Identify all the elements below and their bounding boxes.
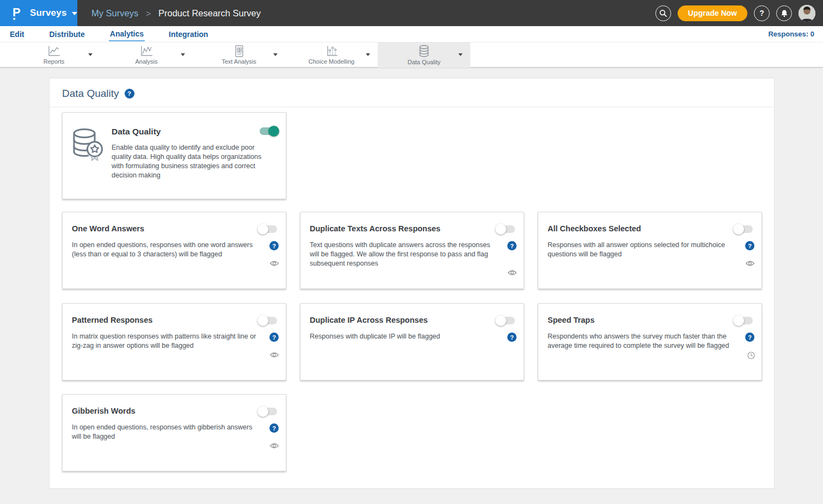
chevron-down-icon [181, 53, 185, 56]
card-title: Duplicate Texts Across Responses [310, 224, 440, 233]
app-label: Surveys [30, 8, 67, 19]
scatter-chart-icon [139, 45, 153, 57]
toggle-knob [495, 224, 506, 235]
database-award-icon [71, 127, 105, 163]
eye-icon[interactable] [745, 260, 755, 267]
chevron-down-icon [366, 53, 370, 56]
speed-traps-card: Speed Traps Respondents who answers the … [538, 303, 762, 380]
bell-icon [781, 9, 788, 17]
card-description: Responses with duplicate IP will be flag… [310, 332, 501, 341]
breadcrumb: My Surveys > Product Research Survey [91, 8, 261, 19]
card-description: In matrix question responses with patter… [72, 332, 263, 351]
card-title: Duplicate IP Across Responses [310, 316, 428, 324]
card-title: One Word Answers [72, 224, 144, 233]
help-icon[interactable]: ? [269, 241, 279, 250]
toggle-knob [733, 315, 744, 326]
page-help-icon[interactable]: ? [125, 89, 134, 99]
card-description: Responses with all answer options select… [548, 241, 739, 259]
toolbar-tab-label: Reports [44, 58, 65, 65]
card-description: In open ended questions, responses with … [72, 423, 263, 441]
toggle-knob [257, 315, 268, 326]
search-button[interactable] [655, 5, 671, 21]
duplicate-ip-card: Duplicate IP Across Responses Responses … [300, 303, 524, 380]
toggle-knob [257, 224, 268, 235]
eye-icon[interactable] [269, 260, 279, 267]
notifications-button[interactable] [776, 5, 792, 21]
top-bar: P Surveys My Surveys > Product Research … [0, 0, 823, 26]
toggle-knob [733, 224, 744, 235]
one-word-answers-toggle[interactable] [259, 225, 277, 233]
toolbar-tab-text-analysis[interactable]: Text Analysis [193, 42, 285, 67]
toolbar-tab-analysis[interactable]: Analysis [100, 42, 193, 67]
card-description: In open ended questions, responses with … [72, 241, 263, 259]
toolbar-tab-label: Choice Modelling [309, 58, 354, 65]
data-quality-toggle[interactable] [260, 127, 278, 135]
database-icon [417, 45, 431, 58]
card-description: Text questions with duplicate answers ac… [310, 241, 501, 268]
questionpro-logo-icon: P [11, 5, 25, 21]
chevron-down-icon [88, 53, 93, 56]
breadcrumb-separator: > [146, 9, 151, 18]
card-description: Respondents who answers the survey much … [548, 332, 739, 351]
card-title: All Checkboxes Selected [548, 224, 641, 233]
eye-icon[interactable] [507, 269, 517, 276]
patterned-responses-toggle[interactable] [259, 317, 277, 324]
one-word-answers-card: One Word Answers In open ended questions… [62, 212, 286, 289]
duplicate-texts-card: Duplicate Texts Across Responses Text qu… [300, 212, 524, 289]
help-icon[interactable]: ? [269, 333, 279, 342]
breadcrumb-current-survey: Product Research Survey [158, 8, 261, 19]
duplicate-ip-toggle[interactable] [496, 317, 515, 324]
help-icon[interactable]: ? [745, 333, 754, 342]
eye-icon[interactable] [269, 352, 279, 358]
user-avatar[interactable] [799, 5, 815, 22]
card-title: Gibberish Words [72, 407, 136, 415]
help-icon[interactable]: ? [507, 241, 517, 250]
toolbar-tab-reports[interactable]: Reports [8, 42, 100, 67]
card-title: Patterned Responses [72, 316, 152, 324]
data-quality-master-card: Data Quality Enable data quality to iden… [62, 112, 286, 199]
app-switcher[interactable]: P Surveys [0, 0, 77, 26]
question-mark-icon: ? [759, 9, 764, 17]
help-icon[interactable]: ? [745, 241, 754, 250]
survey-nav: Edit Distribute Analytics Integration Re… [0, 26, 823, 42]
toggle-knob [495, 315, 506, 326]
help-button[interactable]: ? [754, 5, 770, 21]
speed-traps-toggle[interactable] [734, 317, 753, 324]
nav-tab-analytics[interactable]: Analytics [109, 27, 145, 41]
panel-header: Data Quality ? [50, 78, 774, 107]
analytics-toolbar: Reports Analysis Text Analysis [0, 42, 823, 67]
card-title: Speed Traps [548, 316, 594, 324]
toolbar-tab-label: Text Analysis [222, 58, 256, 65]
toolbar-tab-data-quality[interactable]: Data Quality [378, 42, 470, 67]
card-title: Data Quality [112, 127, 161, 137]
responses-count: Responses: 0 [768, 30, 814, 38]
all-checkboxes-toggle[interactable] [734, 225, 753, 233]
dot-plot-icon [324, 45, 339, 57]
all-checkboxes-card: All Checkboxes Selected Responses with a… [538, 212, 762, 289]
data-quality-panel: Data Quality ? Data Quality Enable data … [49, 78, 775, 489]
avatar-photo [799, 5, 815, 22]
chevron-down-icon [273, 53, 278, 56]
toggle-knob [268, 126, 279, 137]
help-icon[interactable]: ? [507, 333, 517, 342]
nav-tab-distribute[interactable]: Distribute [48, 27, 85, 41]
search-icon [659, 9, 667, 17]
toolbar-tab-choice-modelling[interactable]: Choice Modelling [285, 42, 378, 67]
card-description: Enable data quality to identify and excl… [112, 143, 267, 180]
help-icon[interactable]: ? [269, 423, 279, 433]
patterned-responses-card: Patterned Responses In matrix question r… [62, 303, 286, 380]
nav-tab-edit[interactable]: Edit [9, 27, 25, 41]
topbar-actions: Upgrade Now ? [655, 5, 823, 22]
breadcrumb-my-surveys[interactable]: My Surveys [91, 8, 138, 19]
duplicate-texts-toggle[interactable] [496, 225, 515, 233]
clock-icon[interactable] [747, 352, 755, 359]
nav-tab-integration[interactable]: Integration [168, 27, 209, 41]
eye-icon[interactable] [269, 442, 279, 449]
chevron-down-icon [458, 53, 463, 56]
upgrade-now-button[interactable]: Upgrade Now [678, 5, 747, 21]
svg-text:P: P [13, 5, 21, 19]
gibberish-words-toggle[interactable] [259, 408, 277, 415]
toolbar-tab-label: Analysis [136, 58, 158, 65]
toggle-knob [257, 406, 268, 417]
page-title: Data Quality [62, 88, 119, 100]
